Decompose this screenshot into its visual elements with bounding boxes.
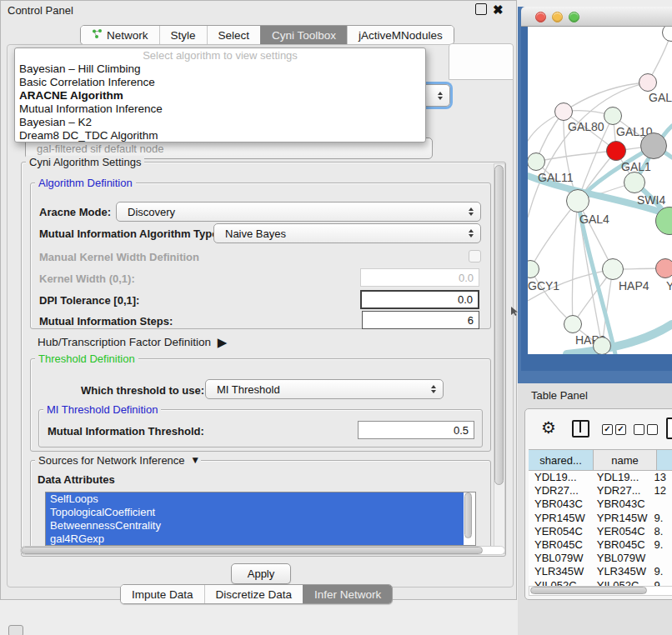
- column-header-shared-[interactable]: shared...: [529, 449, 594, 471]
- table-horizontal-scrollbar-thumb[interactable]: [530, 587, 647, 594]
- zoom-window-icon[interactable]: [569, 12, 579, 22]
- apply-button[interactable]: Apply: [231, 563, 291, 584]
- tab-infer-network[interactable]: Infer Network: [303, 585, 392, 603]
- network-node-hap2[interactable]: [564, 315, 582, 333]
- tab-network[interactable]: Network: [81, 26, 159, 44]
- kernel-width-field[interactable]: 0.0: [360, 268, 479, 287]
- network-node-hap4[interactable]: [602, 258, 624, 280]
- table-cell[interactable]: YIL052C: [591, 579, 652, 587]
- manual-kernel-width-checkbox[interactable]: [469, 250, 481, 262]
- table-cell[interactable]: YER054C: [591, 525, 652, 538]
- network-node-gal4[interactable]: [566, 189, 589, 212]
- network-node-swi4[interactable]: [624, 172, 645, 193]
- network-node-gal1[interactable]: [606, 141, 626, 161]
- table-row[interactable]: YDL19...YDL19...13: [529, 471, 672, 484]
- select-all-checkbox-icon[interactable]: ✓: [615, 424, 626, 435]
- table-cell[interactable]: YDR27...: [591, 484, 652, 498]
- table-cell[interactable]: 9.: [652, 538, 672, 552]
- table-cell[interactable]: YBR043C: [529, 498, 591, 511]
- network-node[interactable]: [593, 337, 611, 354]
- attribute-item[interactable]: TopologicalCoefficient: [46, 506, 464, 519]
- algorithm-option[interactable]: Mutual Information Inference: [15, 102, 425, 116]
- table-cell[interactable]: 9: [652, 579, 672, 587]
- algorithm-option[interactable]: Bayesian – K2: [15, 116, 425, 129]
- column-header-extra[interactable]: [657, 449, 672, 471]
- sources-toggle[interactable]: Sources for Network Inference ▼: [35, 454, 201, 467]
- network-node-y[interactable]: [655, 258, 672, 278]
- settings-vertical-scrollbar-thumb[interactable]: [494, 165, 504, 485]
- table-row[interactable]: YER054CYER054C8.: [529, 525, 672, 538]
- table-cell[interactable]: YBR043C: [591, 498, 652, 511]
- deselect-all-checkbox-icon[interactable]: [634, 424, 644, 435]
- table-cell[interactable]: YBR045C: [529, 538, 591, 552]
- minimize-window-icon[interactable]: [552, 12, 563, 22]
- mi-algorithm-type-combobox[interactable]: Naive Bayes: [213, 223, 481, 243]
- tab-cyni-toolbox[interactable]: Cyni Toolbox: [260, 26, 347, 44]
- tab-discretize-data[interactable]: Discretize Data: [204, 585, 303, 603]
- data-attributes-list[interactable]: SelfLoopsTopologicalCoefficientBetweenne…: [45, 492, 476, 546]
- table-cell[interactable]: [652, 498, 672, 511]
- table-cell[interactable]: YBL079W: [529, 552, 591, 565]
- network-node-gal10[interactable]: [604, 107, 622, 125]
- table-cell[interactable]: 9.: [652, 512, 672, 525]
- tab-style[interactable]: Style: [159, 26, 207, 44]
- close-panel-icon[interactable]: ✖: [493, 2, 504, 18]
- algorithm-option[interactable]: Basic Correlation Inference: [15, 76, 425, 89]
- network-node-gal80[interactable]: [554, 102, 573, 121]
- which-threshold-combobox[interactable]: MI Threshold: [205, 379, 444, 399]
- network-node-gal11[interactable]: [528, 152, 545, 171]
- table-cell[interactable]: 13: [652, 471, 672, 484]
- mutual-information-threshold-field[interactable]: 0.5: [358, 421, 474, 439]
- table-cell[interactable]: YBR045C: [591, 538, 652, 552]
- table-cell[interactable]: YBL079W: [591, 552, 652, 565]
- table-row[interactable]: YDR27...YDR27...12: [529, 484, 672, 498]
- table-row[interactable]: YBR043CYBR043C: [529, 498, 672, 511]
- minimized-panel-icon[interactable]: [8, 625, 23, 635]
- select-all-checkbox-icon[interactable]: ✓: [602, 424, 613, 435]
- attribute-item[interactable]: BetweennessCentrality: [46, 519, 464, 532]
- table-cell[interactable]: [652, 552, 672, 565]
- table-row[interactable]: YPR145WYPR145W9.: [529, 512, 672, 525]
- table-cell[interactable]: YPR145W: [591, 512, 652, 525]
- table-cell[interactable]: YPR145W: [529, 512, 591, 525]
- gear-icon[interactable]: ⚙: [541, 419, 556, 436]
- table-row[interactable]: YBL079WYBL079W: [529, 552, 672, 565]
- hub-definition-toggle[interactable]: Hub/Transcription Factor Definition ▶: [38, 334, 223, 349]
- table-row[interactable]: YBR045CYBR045C9.: [529, 538, 672, 552]
- attribute-item[interactable]: gal4RGexp: [46, 532, 464, 546]
- table-cell[interactable]: YER054C: [529, 525, 591, 538]
- float-panel-icon[interactable]: [475, 3, 487, 15]
- deselect-all-checkbox-icon[interactable]: [647, 424, 658, 435]
- attributes-scrollbar-thumb[interactable]: [464, 492, 472, 538]
- tab-jactivemnodules[interactable]: jActiveMNodules: [347, 26, 454, 44]
- network-canvas[interactable]: GALGAL80GAL10GAL1GAL11SWI4GAL4GCY1HAP4YH…: [528, 27, 672, 354]
- aracne-mode-combobox[interactable]: Discovery: [116, 202, 481, 222]
- network-node[interactable]: [640, 132, 667, 159]
- document-icon[interactable]: [666, 418, 672, 439]
- table-cell[interactable]: YIL052C: [529, 579, 591, 587]
- tab-select[interactable]: Select: [207, 26, 261, 44]
- table-cell[interactable]: YLR345W: [529, 565, 591, 578]
- table-cell[interactable]: YLR345W: [591, 565, 652, 578]
- dpi-tolerance-field[interactable]: 0.0: [360, 290, 479, 309]
- split-columns-icon[interactable]: [572, 420, 589, 438]
- mi-steps-field[interactable]: 6: [362, 311, 479, 329]
- algorithm-option[interactable]: ARACNE Algorithm: [15, 89, 425, 102]
- column-header-name[interactable]: name: [594, 449, 657, 471]
- attribute-item[interactable]: SelfLoops: [46, 492, 464, 506]
- table-row[interactable]: YLR345WYLR345W9.: [529, 565, 672, 578]
- table-cell[interactable]: 8.: [652, 525, 672, 538]
- network-window-titlebar[interactable]: [521, 7, 672, 27]
- table-cell[interactable]: 12: [652, 484, 672, 498]
- table-cell[interactable]: 9.: [652, 565, 672, 578]
- table-cell[interactable]: YDR27...: [529, 484, 591, 498]
- algorithm-option[interactable]: Bayesian – Hill Climbing: [15, 62, 425, 76]
- table-cell[interactable]: YDL19...: [591, 471, 652, 484]
- table-cell[interactable]: YDL19...: [529, 471, 591, 484]
- tab-impute-data[interactable]: Impute Data: [121, 585, 204, 603]
- algorithm-option[interactable]: Dream8 DC_TDC Algorithm: [15, 129, 425, 142]
- close-window-icon[interactable]: [535, 12, 546, 22]
- settings-horizontal-scrollbar-thumb[interactable]: [21, 547, 483, 554]
- table-row[interactable]: YIL052CYIL052C9: [529, 579, 672, 587]
- network-node-gal[interactable]: [639, 73, 657, 92]
